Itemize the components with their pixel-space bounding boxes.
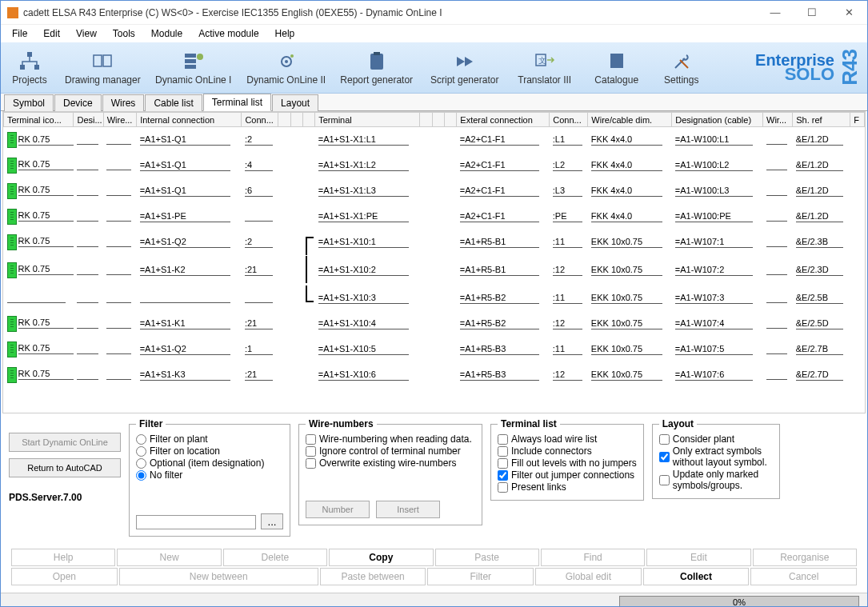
column-header[interactable] <box>302 113 314 127</box>
tool-dynamic-online-2[interactable]: Dynamic OnLine II <box>240 47 333 89</box>
paste-between-button[interactable]: Paste between <box>320 568 426 585</box>
column-header[interactable] <box>278 113 290 127</box>
column-header[interactable]: Sh. ref <box>793 113 850 127</box>
help-button[interactable]: Help <box>11 549 115 566</box>
filter-plant-radio[interactable]: Filter on plant <box>136 433 283 445</box>
tool-projects[interactable]: Projects <box>1 47 58 89</box>
table-row[interactable]: RK 0.75=A1+S1-Q1:4=A1+S1-X1:L2=A2+C1-F1:… <box>4 153 865 178</box>
consider-plant-check[interactable]: Consider plant <box>659 433 773 445</box>
reorganise-button[interactable]: Reorganise <box>753 549 857 566</box>
wire-numbers-group: Wire-numbers Wire-numbering when reading… <box>298 418 482 525</box>
layout-group: Layout Consider plant Only extract symbo… <box>652 418 780 499</box>
filter-jumper-check[interactable]: Filter out jumper connections <box>498 469 637 481</box>
tool-catalogue[interactable]: Catalogue <box>581 47 653 89</box>
find-button[interactable]: Find <box>541 549 645 566</box>
menu-help[interactable]: Help <box>267 26 303 41</box>
table-row[interactable]: RK 0.75=A1+S1-Q1:2=A1+S1-X1:L1=A2+C1-F1:… <box>4 127 865 153</box>
column-header[interactable] <box>445 113 457 127</box>
tool-drawing-manager[interactable]: Drawing manager <box>58 47 147 89</box>
column-header[interactable]: Conn... <box>550 113 588 127</box>
column-header[interactable] <box>432 113 444 127</box>
close-button[interactable]: ✕ <box>830 1 867 25</box>
filter-optional-radio[interactable]: Optional (item designation) <box>136 457 283 469</box>
tool-dynamic-online-1[interactable]: Dynamic OnLine I <box>147 47 240 89</box>
fill-levels-check[interactable]: Fill out levels with no jumpers <box>498 457 637 469</box>
table-row[interactable]: RK 0.75=A1+S1-Q2:1=A1+S1-X10:5=A1+R5-B3:… <box>4 337 865 362</box>
new-button[interactable]: New <box>117 549 221 566</box>
filter-input[interactable] <box>136 515 256 529</box>
column-header[interactable]: Terminal ico... <box>4 113 74 127</box>
wire-numbering-check[interactable]: Wire-numbering when reading data. <box>306 433 475 445</box>
book-icon <box>606 50 628 73</box>
table-row[interactable]: RK 0.75=A1+S1-Q2:2=A1+S1-X10:1=A1+R5-B1:… <box>4 230 865 255</box>
column-header[interactable]: Wir... <box>763 113 793 127</box>
terminal-icon <box>7 209 17 225</box>
column-header[interactable]: Desi... <box>74 113 103 127</box>
present-links-check[interactable]: Present links <box>498 481 637 493</box>
table-row[interactable]: RK 0.75=A1+S1-K3:21=A1+S1-X10:6=A1+R5-B3… <box>4 362 865 388</box>
filter-location-radio[interactable]: Filter on location <box>136 445 283 457</box>
maximize-button[interactable]: ☐ <box>794 1 830 25</box>
tool-script-generator[interactable]: Script generator <box>421 47 509 89</box>
window-title: cadett ELSA R43 Enterprise (C) WS<0> - E… <box>23 7 757 18</box>
browse-button[interactable]: ... <box>261 513 283 529</box>
return-to-autocad-button[interactable]: Return to AutoCAD <box>9 458 121 477</box>
layout-legend: Layout <box>659 418 697 429</box>
tool-report-generator[interactable]: Report generator <box>333 47 421 89</box>
minimize-button[interactable]: — <box>757 1 794 25</box>
menu-edit[interactable]: Edit <box>35 26 68 41</box>
column-header[interactable]: Exteral connection <box>457 113 550 127</box>
delete-button[interactable]: Delete <box>223 549 327 566</box>
terminal-icon <box>7 183 17 199</box>
column-header[interactable]: F <box>850 113 865 127</box>
column-header[interactable] <box>290 113 302 127</box>
tab-device[interactable]: Device <box>54 94 102 111</box>
open-button[interactable]: Open <box>11 568 118 585</box>
tab-symbol[interactable]: Symbol <box>4 94 54 111</box>
paste-button[interactable]: Paste <box>435 549 539 566</box>
always-load-check[interactable]: Always load wire list <box>498 433 637 445</box>
menu-module[interactable]: Module <box>143 26 190 41</box>
tab-terminal-list[interactable]: Terminal list <box>203 94 271 111</box>
column-header[interactable]: Conn... <box>242 113 278 127</box>
column-header[interactable]: Wire... <box>103 113 137 127</box>
number-button[interactable]: Number <box>306 501 370 518</box>
include-connectors-check[interactable]: Include connectors <box>498 445 637 457</box>
tab-layout[interactable]: Layout <box>272 94 318 111</box>
table-row[interactable]: RK 0.75=A1+S1-Q1:6=A1+S1-X1:L3=A2+C1-F1:… <box>4 178 865 204</box>
table-row[interactable]: =A1+S1-X10:3=A1+R5-B2:11EKK 10x0.75=A1-W… <box>4 286 865 311</box>
data-grid[interactable]: Terminal ico...Desi...Wire...Internal co… <box>2 111 866 413</box>
extract-symbols-check[interactable]: Only extract symbols without layout symb… <box>659 445 773 468</box>
table-row[interactable]: RK 0.75=A1+S1-K1:21=A1+S1-X10:4=A1+R5-B2… <box>4 311 865 337</box>
new-between-button[interactable]: New between <box>119 568 318 585</box>
tab-wires[interactable]: Wires <box>102 94 145 111</box>
menu-tools[interactable]: Tools <box>105 26 143 41</box>
copy-button[interactable]: Copy <box>329 549 433 566</box>
column-header[interactable]: Terminal <box>315 113 420 127</box>
global-edit-button[interactable]: Global edit <box>535 568 642 585</box>
ignore-control-check[interactable]: Ignore control of terminal number <box>306 445 475 457</box>
tool-translator[interactable]: 文Translator III <box>509 47 581 89</box>
collect-button[interactable]: Collect <box>643 568 750 585</box>
menu-active-module[interactable]: Active module <box>190 26 266 41</box>
overwrite-check[interactable]: Overwrite existing wire-numbers <box>306 457 475 469</box>
menu-file[interactable]: File <box>4 26 35 41</box>
column-header[interactable]: Wire/cable dim. <box>588 113 672 127</box>
terminal-icon <box>7 341 17 357</box>
menu-view[interactable]: View <box>68 26 105 41</box>
column-header[interactable]: Internal connection <box>137 113 242 127</box>
cancel-button[interactable]: Cancel <box>750 568 857 585</box>
column-header[interactable] <box>420 113 432 127</box>
insert-button[interactable]: Insert <box>376 501 440 518</box>
column-header[interactable]: Designation (cable) <box>672 113 763 127</box>
no-filter-radio[interactable]: No filter <box>136 469 283 481</box>
edit-button[interactable]: Edit <box>646 549 750 566</box>
tab-cable-list[interactable]: Cable list <box>145 94 202 111</box>
filter-button[interactable]: Filter <box>427 568 534 585</box>
update-marked-check[interactable]: Update only marked symbols/groups. <box>659 469 773 491</box>
start-dynamic-online-button[interactable]: Start Dynamic OnLine <box>9 433 121 452</box>
tool-settings[interactable]: Settings <box>653 47 710 89</box>
table-row[interactable]: RK 0.75=A1+S1-K2:21=A1+S1-X10:2=A1+R5-B1… <box>4 255 865 286</box>
table-row[interactable]: RK 0.75=A1+S1-PE=A1+S1-X1:PE=A2+C1-F1:PE… <box>4 204 865 230</box>
svg-rect-4 <box>103 55 111 66</box>
